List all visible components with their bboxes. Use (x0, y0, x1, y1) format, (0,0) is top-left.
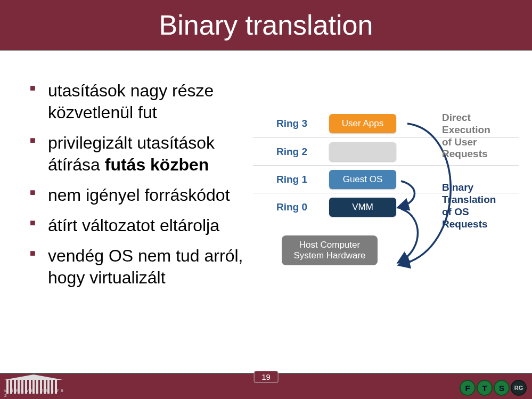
bullet-list: utasítások nagy része közvetlenül futpri… (30, 80, 253, 297)
bullet-text-pre: nem igényel forráskódot (48, 185, 230, 205)
ring-box: Guest OS (329, 170, 396, 189)
university-logo-text: M Ű E G Y E T E M 1 7 8 2 (4, 388, 64, 398)
university-logo: M Ű E G Y E T E M 1 7 8 2 (2, 372, 64, 398)
host-row: Host Computer System Hardware (253, 235, 406, 265)
bullet-item: nem igényel forráskódot (30, 184, 253, 206)
logo-pill-small: RG (511, 380, 527, 396)
ring-box (329, 142, 396, 161)
bullet-item: utasítások nagy része közvetlenül fut (30, 80, 253, 124)
ring-label: Ring 1 (253, 174, 319, 185)
bullet-item: átírt változatot eltárolja (30, 215, 253, 237)
bullet-text-pre: utasítások nagy része közvetlenül fut (48, 81, 214, 122)
binary-translation-label: Binary Translation of OS Requests (442, 182, 517, 230)
slide-title: Binary translation (159, 9, 373, 41)
ftsrg-logo: FTSRG (460, 380, 527, 396)
ring-box-wrap: VMM (319, 198, 406, 217)
host-box: Host Computer System Hardware (282, 235, 378, 265)
ring-box-wrap: Guest OS (319, 170, 406, 189)
bullet-text-pre: átírt változatot eltárolja (48, 216, 219, 235)
ring-label: Ring 0 (253, 201, 319, 213)
slide: Binary translation utasítások nagy része… (0, 0, 532, 399)
diagram-side-labels: Direct Execution of User Requests Binary… (442, 112, 517, 230)
bullet-item: privilegizált utasítások átírása futás k… (30, 132, 253, 176)
bullet-item: vendég OS nem tud arról, hogy virtualizá… (30, 245, 253, 289)
ring-box: User Apps (329, 114, 396, 133)
logo-pill: F (460, 380, 476, 396)
ring-label: Ring 2 (253, 146, 319, 158)
title-bar: Binary translation (0, 0, 532, 51)
page-number: 19 (253, 371, 279, 383)
ring-box-wrap (319, 142, 406, 161)
bullet-text-bold: futás közben (105, 155, 209, 174)
logo-pill: S (494, 380, 510, 396)
ring-box-wrap: User Apps (319, 114, 406, 133)
ring-label: Ring 3 (253, 118, 319, 129)
ring-box: VMM (329, 198, 396, 217)
footer-bar: 19 M Ű E G Y E T E M 1 7 8 2 FTSRG (0, 373, 532, 399)
logo-pill: T (477, 380, 493, 396)
direct-execution-label: Direct Execution of User Requests (442, 112, 517, 160)
bullet-text-pre: vendég OS nem tud arról, hogy virtualizá… (48, 246, 243, 287)
